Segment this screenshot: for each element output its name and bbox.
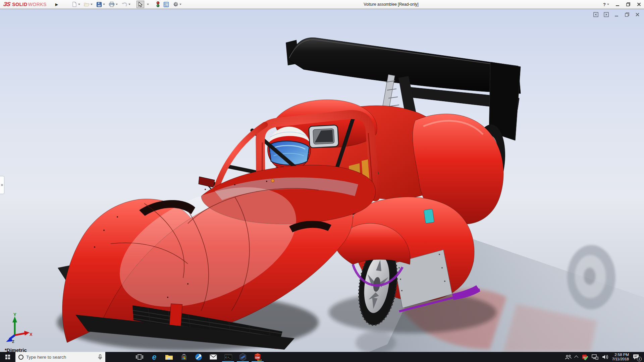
hexagon-app-icon [239, 353, 247, 361]
cortana-icon [18, 355, 23, 360]
open-folder-icon [84, 2, 90, 7]
display-settings-button[interactable] [162, 1, 170, 8]
file-explorer-icon [165, 354, 173, 360]
svg-text:Y: Y [13, 312, 16, 317]
print-icon [109, 2, 115, 7]
wrench-circle-icon [195, 353, 202, 361]
task-view-button[interactable] [132, 352, 147, 362]
task-view-icon [136, 354, 143, 360]
help-button[interactable]: ? [603, 2, 609, 7]
notification-badge: 2 [637, 357, 642, 361]
network-icon [592, 354, 598, 360]
mail-icon [210, 354, 217, 360]
close-button[interactable] [637, 2, 641, 7]
file-explorer-button[interactable] [162, 352, 176, 362]
display-settings-icon [163, 2, 169, 7]
undo-dropdown-arrow[interactable] [128, 4, 130, 5]
brand-text-works: WORKS [28, 2, 47, 7]
orientation-triad-icon: Y X Z [3, 312, 32, 343]
edge-icon: e [152, 353, 157, 361]
restore-document-button[interactable] [625, 12, 630, 17]
taskbar-apps: e C:\_ SW2017 [132, 352, 265, 362]
splitter-dot-icon [1, 184, 3, 186]
tray-clock[interactable]: 2:58 PM 7/11/2018 [612, 353, 629, 361]
svg-text:SW: SW [255, 356, 260, 359]
solidworks-2017-icon: SW2017 [253, 353, 262, 361]
quick-access-toolbar [70, 0, 183, 9]
minimize-document-button[interactable] [614, 12, 619, 17]
save-button[interactable] [95, 1, 106, 8]
command-prompt-icon: C:\_ [224, 354, 232, 360]
rebuild-button[interactable] [155, 1, 161, 8]
solidworks-monitor-button[interactable]: sw [582, 354, 588, 360]
chevron-up-icon [574, 355, 578, 360]
select-dropdown-button[interactable] [145, 1, 150, 8]
svg-text:Z: Z [12, 340, 14, 343]
minimize-button[interactable] [615, 2, 620, 7]
select-tool-button[interactable] [137, 1, 144, 8]
edge-button[interactable]: e [147, 352, 162, 362]
save-dropdown-arrow[interactable] [103, 4, 105, 5]
microphone-icon[interactable] [98, 354, 102, 360]
start-button[interactable] [0, 352, 15, 362]
taskbar-search[interactable] [15, 352, 105, 362]
new-document-button[interactable] [70, 1, 82, 8]
feature-panel-splitter-tab[interactable] [0, 176, 4, 194]
svg-text:C:\_: C:\_ [225, 357, 231, 359]
select-dropdown-arrow[interactable] [147, 4, 149, 5]
people-button[interactable] [565, 355, 572, 360]
view-orientation-label: *Dimetric [5, 347, 27, 352]
open-button[interactable] [83, 1, 94, 8]
volume-icon [602, 354, 608, 360]
save-icon [96, 2, 102, 7]
graphics-area[interactable]: Y X Z *Dimetric [0, 9, 644, 352]
hexagon-app-button[interactable] [235, 352, 250, 362]
new-document-icon [72, 2, 77, 7]
network-button[interactable] [592, 354, 598, 360]
close-document-button[interactable] [635, 12, 640, 17]
volume-button[interactable] [602, 354, 608, 360]
maximize-button[interactable] [626, 2, 631, 7]
svg-text:X: X [30, 332, 32, 337]
microsoft-store-icon [180, 354, 187, 361]
tray-time: 2:58 PM [612, 353, 629, 357]
options-button[interactable] [171, 1, 183, 8]
window-controls: ? [603, 0, 641, 9]
windows-logo-icon [5, 355, 10, 360]
rebuild-traffic-light-icon [156, 1, 160, 7]
tray-date: 7/11/2018 [612, 357, 629, 361]
svg-text:sw: sw [583, 356, 586, 358]
front-bodywork [62, 163, 376, 343]
windows-taskbar: e C:\_ SW2017 [0, 352, 644, 362]
system-tray: sw 2:58 PM 7/11/2018 2 [565, 352, 644, 362]
hidden-icons-button[interactable] [575, 356, 578, 359]
title-bar: ЗS SOLIDWORKS ▶ [0, 0, 644, 9]
mail-button[interactable] [206, 352, 221, 362]
undo-icon [121, 2, 127, 7]
expand-pane-right-button[interactable] [604, 12, 609, 17]
search-input[interactable] [26, 355, 95, 360]
solidworks-monitor-icon: sw [582, 354, 588, 360]
store-button[interactable] [176, 352, 191, 362]
new-dropdown-arrow[interactable] [78, 4, 80, 5]
support-tool-button[interactable] [191, 352, 206, 362]
dassault-logo-icon: ЗS [3, 1, 11, 8]
menu-expand-arrow[interactable]: ▶ [54, 1, 60, 7]
print-dropdown-arrow[interactable] [116, 4, 118, 5]
open-dropdown-arrow[interactable] [91, 4, 93, 5]
undo-button[interactable] [120, 1, 132, 8]
document-title: Voiture assomblee [Read-only] [364, 2, 418, 7]
brand-text-solid: SOLID [12, 2, 27, 7]
action-center-button[interactable]: 2 [633, 354, 639, 360]
help-dropdown-arrow[interactable] [607, 4, 609, 5]
solidworks-window: ЗS SOLIDWORKS ▶ [0, 0, 644, 362]
options-dropdown-arrow[interactable] [179, 4, 181, 5]
model-scene [0, 9, 644, 352]
solidworks-2017-button[interactable]: SW2017 [250, 352, 265, 362]
print-button[interactable] [107, 1, 119, 8]
command-prompt-button[interactable]: C:\_ [221, 352, 235, 362]
document-window-controls [593, 12, 640, 17]
collapse-pane-left-button[interactable] [593, 12, 598, 17]
options-gear-icon [173, 2, 178, 7]
solidworks-logo: ЗS SOLIDWORKS [3, 0, 47, 9]
